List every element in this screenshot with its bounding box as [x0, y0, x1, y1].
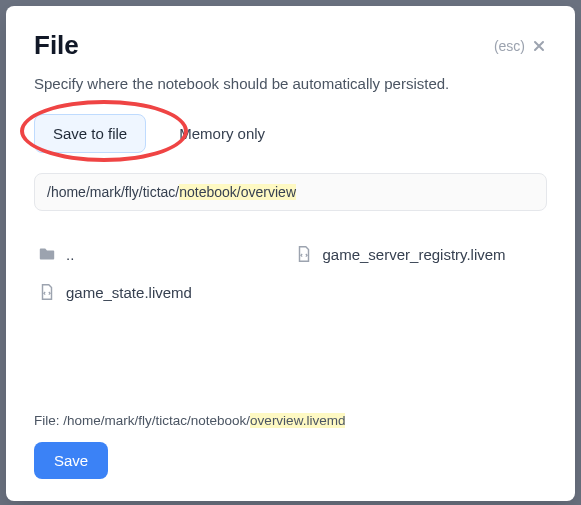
code-file-icon	[295, 245, 313, 263]
file-list: .. game_server_registry.livem game_state…	[34, 235, 547, 311]
file-name: game_server_registry.livem	[323, 246, 506, 263]
file-item-registry[interactable]: game_server_registry.livem	[291, 235, 548, 273]
modal-footer: File: /home/mark/fly/tictac/notebook/ove…	[34, 413, 547, 479]
file-item-parent[interactable]: ..	[34, 235, 291, 273]
footer-path-prefix: /home/mark/fly/tictac/notebook/	[63, 413, 250, 428]
esc-label: (esc)	[494, 38, 525, 54]
storage-tabs: Save to file Memory only	[34, 114, 547, 153]
modal-header: File (esc)	[34, 30, 547, 61]
close-icon[interactable]	[531, 38, 547, 54]
footer-label: File:	[34, 413, 63, 428]
resolved-path: File: /home/mark/fly/tictac/notebook/ove…	[34, 413, 547, 428]
file-item-state[interactable]: game_state.livemd	[34, 273, 291, 311]
file-name: ..	[66, 246, 74, 263]
close-group[interactable]: (esc)	[494, 38, 547, 54]
save-button[interactable]: Save	[34, 442, 108, 479]
code-file-icon	[38, 283, 56, 301]
path-input[interactable]: /home/mark/fly/tictac/notebook/overview	[34, 173, 547, 211]
folder-icon	[38, 245, 56, 263]
path-prefix: /home/mark/fly/tictac/	[47, 184, 179, 200]
tab-memory-only[interactable]: Memory only	[160, 114, 284, 153]
path-suffix: notebook/overview	[179, 184, 296, 200]
modal-subtitle: Specify where the notebook should be aut…	[34, 75, 547, 92]
file-name: game_state.livemd	[66, 284, 192, 301]
tab-save-to-file[interactable]: Save to file	[34, 114, 146, 153]
footer-path-suffix: overview.livemd	[250, 413, 345, 428]
modal-title: File	[34, 30, 79, 61]
file-modal: File (esc) Specify where the notebook sh…	[6, 6, 575, 501]
